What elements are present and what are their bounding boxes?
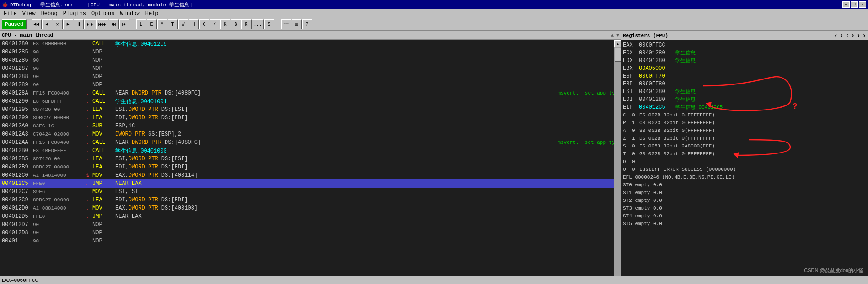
- btn-h[interactable]: H: [189, 19, 199, 29]
- menu-file[interactable]: File: [1, 10, 20, 18]
- asm-row[interactable]: 00401287 90 NOP: [0, 64, 621, 73]
- asm-row[interactable]: 00401288 90 NOP: [0, 73, 621, 81]
- asm-mnemonic: MOV: [92, 205, 115, 211]
- asm-row[interactable]: 004012D0 A1 08814000 . MOV EAX,DWORD PTR…: [0, 204, 621, 212]
- flag-value[interactable]: 0: [632, 159, 639, 164]
- asm-row[interactable]: 004012C7 89F6 MOV ESI,ESI: [0, 188, 621, 196]
- flag-value[interactable]: 0: [632, 112, 639, 118]
- asm-row[interactable]: 00401289 90 NOP: [0, 81, 621, 89]
- flag-row: S 0 FS 0053 32bit 2A8000(FFF): [623, 142, 866, 150]
- reg-value[interactable]: 00401280: [639, 96, 675, 103]
- asm-row[interactable]: 004012B0 E8 4BFDFFFF . CALL 学生信息.0040100…: [0, 147, 621, 155]
- reg-value[interactable]: 0060FF70: [639, 73, 675, 79]
- asm-operands: 学生信息.00401000: [115, 147, 621, 155]
- reg-value[interactable]: 00A05000: [639, 65, 675, 72]
- asm-row[interactable]: 0040128A FF15 FC80400 . CALL NEAR DWORD …: [0, 89, 621, 97]
- run-to-button[interactable]: ⏭: [109, 19, 119, 29]
- menu-window[interactable]: Window: [117, 10, 142, 18]
- asm-row[interactable]: 004012C5 FFE0 .- JMP NEAR EAX: [0, 179, 621, 188]
- asm-marker: .: [83, 90, 92, 96]
- asm-row[interactable]: 004012D8 90 NOP: [0, 229, 621, 237]
- btn-l[interactable]: L: [136, 19, 146, 29]
- asm-row[interactable]: 004012D7 90 NOP: [0, 221, 621, 229]
- asm-row[interactable]: 00401… 90 NOP: [0, 237, 621, 245]
- regs-nav-left3[interactable]: ‹: [845, 32, 849, 39]
- asm-row[interactable]: 00401285 90 NOP: [0, 48, 621, 56]
- menu-debug[interactable]: Debug: [38, 10, 60, 18]
- scroll-up-button[interactable]: ▲: [614, 40, 621, 47]
- btn-w[interactable]: W: [178, 19, 188, 29]
- step-back-button[interactable]: ◄: [42, 19, 52, 29]
- regs-nav-left1[interactable]: ‹: [834, 32, 838, 39]
- asm-row[interactable]: 004012AA FF15 FC80400 . CALL NEAR DWORD …: [0, 138, 621, 147]
- flag-value[interactable]: 0: [632, 143, 639, 149]
- btn-t[interactable]: T: [168, 19, 178, 29]
- rewind-button[interactable]: ◄◄: [32, 19, 42, 29]
- regs-nav-right2[interactable]: ›: [857, 32, 860, 39]
- asm-row[interactable]: 004012C9 8DBC27 00000 . LEA EDI,DWORD PT…: [0, 196, 621, 204]
- asm-marker: .: [83, 131, 92, 137]
- btn-e[interactable]: E: [147, 19, 157, 29]
- asm-address: 004012C7: [0, 189, 33, 195]
- btn-dots[interactable]: ...: [252, 19, 264, 29]
- menu-view[interactable]: View: [20, 10, 38, 18]
- menu-help[interactable]: Help: [143, 10, 161, 18]
- asm-row[interactable]: 004012C0 A1 14814000 $ MOV EAX,DWORD PTR…: [0, 171, 621, 179]
- reg-value[interactable]: 00401280: [639, 89, 675, 95]
- asm-row[interactable]: 004012B5 8D7426 00 . LEA ESI,DWORD PTR D…: [0, 155, 621, 163]
- play-button[interactable]: ►: [63, 19, 73, 29]
- step-over-button[interactable]: ⏭⏭: [96, 19, 108, 29]
- pause-button[interactable]: ⏸: [74, 19, 84, 29]
- scroll-track[interactable]: [614, 47, 621, 277]
- stop-button[interactable]: ✕: [53, 19, 63, 29]
- asm-row[interactable]: 00401295 8D7426 00 . LEA ESI,DWORD PTR D…: [0, 105, 621, 114]
- btn-help[interactable]: ?: [302, 19, 312, 29]
- btn-r[interactable]: R: [241, 19, 252, 29]
- asm-operands: 学生信息.00401001: [115, 98, 621, 105]
- disasm-scrollbar[interactable]: ▲ ▼: [614, 40, 621, 284]
- reg-value[interactable]: 0060FF80: [639, 81, 675, 87]
- btn-k[interactable]: K: [220, 19, 230, 29]
- btn-m[interactable]: M: [157, 19, 167, 29]
- btn-b[interactable]: B: [231, 19, 241, 29]
- minimize-button[interactable]: ─: [842, 1, 850, 8]
- asm-row[interactable]: 004012A3 C70424 02000 . MOV DWORD PTR SS…: [0, 130, 621, 138]
- btn-s[interactable]: S: [264, 19, 274, 29]
- btn-slash[interactable]: /: [210, 19, 220, 29]
- asm-row[interactable]: 004012B9 8DBC27 00000 . LEA EDI,DWORD PT…: [0, 163, 621, 171]
- flag-value[interactable]: 0: [632, 167, 639, 172]
- btn-c[interactable]: C: [199, 19, 209, 29]
- regs-nav-right1[interactable]: ›: [851, 32, 855, 39]
- asm-row[interactable]: 004012A0 83EC 1C . SUB ESP,1C: [0, 122, 621, 130]
- flag-value[interactable]: 1: [632, 136, 639, 141]
- reg-value[interactable]: 004012C5: [639, 104, 675, 110]
- flag-value[interactable]: 0: [632, 128, 639, 133]
- btn-grid1[interactable]: ≡≡: [281, 19, 291, 29]
- menu-options[interactable]: Options: [89, 10, 117, 18]
- asm-mnemonic: CALL: [92, 139, 115, 146]
- step-into-button[interactable]: ⏵⏵: [84, 19, 96, 29]
- asm-row[interactable]: 00401286 90 NOP: [0, 56, 621, 64]
- asm-row[interactable]: 00401280 E8 40000000 CALL 学生信息.004012C5: [0, 40, 621, 48]
- regs-nav-right3[interactable]: ›: [863, 32, 866, 39]
- scroll-thumb[interactable]: [615, 48, 621, 62]
- trace-button[interactable]: ⏭: [119, 19, 129, 29]
- asm-mnemonic: NOP: [92, 230, 115, 236]
- asm-marker: .: [83, 123, 92, 129]
- regs-nav-left2[interactable]: ‹: [840, 32, 843, 39]
- reg-value[interactable]: 00401280: [639, 58, 675, 64]
- flag-value[interactable]: 0: [632, 151, 639, 157]
- reg-name: ESI: [623, 89, 639, 95]
- btn-grid2[interactable]: ⊞: [292, 19, 302, 29]
- reg-value[interactable]: 0060FFCC: [639, 42, 675, 48]
- asm-row[interactable]: 00401290 E8 6BFDFFFF . CALL 学生信息.0040100…: [0, 97, 621, 105]
- flag-value[interactable]: 1: [632, 120, 639, 126]
- register-row: EDI 00401280 学生信息.: [623, 95, 866, 103]
- maximize-button[interactable]: □: [851, 1, 858, 8]
- reg-value[interactable]: 00401280: [639, 50, 675, 56]
- disasm-content[interactable]: 00401280 E8 40000000 CALL 学生信息.004012C5 …: [0, 40, 621, 284]
- asm-row[interactable]: 00401299 8DBC27 00000 . LEA EDI,DWORD PT…: [0, 114, 621, 122]
- asm-row[interactable]: 004012D5 FFE0 . JMP NEAR EAX: [0, 212, 621, 221]
- close-button[interactable]: ✕: [859, 1, 866, 8]
- menu-plugins[interactable]: Plugins: [60, 10, 89, 18]
